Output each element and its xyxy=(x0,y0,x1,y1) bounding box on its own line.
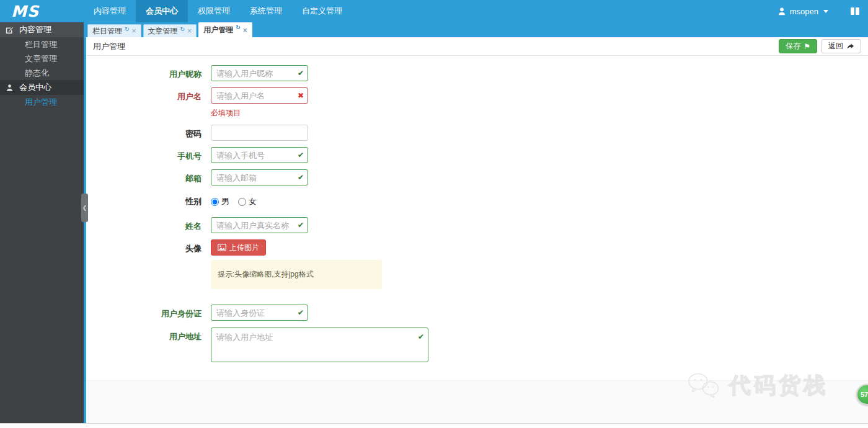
tab-refresh-icon[interactable]: ↻ xyxy=(236,24,241,30)
sidebar-section-content-mgmt[interactable]: 内容管理 xyxy=(0,22,84,37)
tab-refresh-icon[interactable]: ↻ xyxy=(125,26,130,32)
layout-columns-icon[interactable] xyxy=(837,0,868,22)
image-icon xyxy=(218,244,226,251)
sidebar-section-member-center[interactable]: 会员中心 xyxy=(0,80,84,95)
sidebar-item-staticize[interactable]: 静态化 xyxy=(0,66,84,80)
nickname-input[interactable] xyxy=(211,65,308,81)
save-button[interactable]: 保存 ⚑ xyxy=(779,39,817,53)
flag-icon: ⚑ xyxy=(804,42,810,51)
nav-item-custom-mgmt[interactable]: 自定义管理 xyxy=(292,0,352,22)
idcard-input[interactable] xyxy=(211,305,308,321)
tab-close-icon[interactable]: × xyxy=(187,27,192,35)
sidebar-item-article-mgmt[interactable]: 文章管理 xyxy=(0,51,84,66)
field-phone: 手机号 ✔ xyxy=(86,147,868,163)
page-header: 用户管理 保存 ⚑ 返回 xyxy=(86,37,868,56)
field-realname: 姓名 ✔ xyxy=(86,217,868,233)
tab-refresh-icon[interactable]: ↻ xyxy=(180,26,185,32)
tab-column-mgmt[interactable]: 栏目管理 ↻ × xyxy=(87,24,141,37)
gender-male-radio[interactable]: 男 xyxy=(211,196,229,207)
main-menu: 内容管理 会员中心 权限管理 系统管理 自定义管理 xyxy=(84,0,352,22)
tab-article-mgmt[interactable]: 文章管理 ↻ × xyxy=(143,24,197,37)
field-password: 密码 xyxy=(86,125,868,141)
gender-female-radio[interactable]: 女 xyxy=(238,196,257,207)
page-title: 用户管理 xyxy=(93,41,125,52)
nav-item-system-mgmt[interactable]: 系统管理 xyxy=(240,0,292,22)
user-menu[interactable]: msopen xyxy=(769,0,837,22)
user-name: msopen xyxy=(790,7,818,16)
bottom-scroll-strip[interactable] xyxy=(0,423,868,428)
main-area: 栏目管理 ↻ × 文章管理 ↻ × 用户管理 ↻ × 用户管理 保存 ⚑ 返回 xyxy=(86,22,868,423)
sidebar: 内容管理 栏目管理 文章管理 静态化 会员中心 用户管理 xyxy=(0,22,84,423)
field-address: 用户地址 ✔ xyxy=(86,328,868,364)
member-icon xyxy=(6,84,14,92)
tab-bar: 栏目管理 ↻ × 文章管理 ↻ × 用户管理 ↻ × xyxy=(86,22,868,37)
avatar-hint: 提示:头像缩略图,支持jpg格式 xyxy=(211,260,382,289)
pencil-square-icon xyxy=(6,26,14,34)
field-gender: 性别 男 女 xyxy=(86,195,868,207)
back-button[interactable]: 返回 xyxy=(822,39,861,53)
sidebar-divider xyxy=(84,22,86,423)
user-form: 用户昵称 ✔ 用户名 ✖ 必填项目 密码 手机号 ✔ xyxy=(86,56,868,380)
tab-close-icon[interactable]: × xyxy=(132,27,136,35)
upload-image-button[interactable]: 上传图片 xyxy=(211,239,266,256)
username-input[interactable] xyxy=(211,87,308,104)
sidebar-collapse-handle[interactable]: ❮ xyxy=(81,194,88,222)
field-email: 邮箱 ✔ xyxy=(86,169,868,185)
nav-item-permission-mgmt[interactable]: 权限管理 xyxy=(188,0,240,22)
realname-input[interactable] xyxy=(211,217,308,233)
chevron-down-icon xyxy=(823,10,828,13)
tab-user-mgmt[interactable]: 用户管理 ↻ × xyxy=(198,22,252,37)
user-icon xyxy=(777,7,786,16)
forward-arrow-icon xyxy=(846,42,854,50)
tab-close-icon[interactable]: × xyxy=(243,27,247,34)
phone-input[interactable] xyxy=(211,147,308,163)
app-logo: MS xyxy=(0,0,84,22)
nav-item-content-mgmt[interactable]: 内容管理 xyxy=(84,0,136,22)
password-input[interactable] xyxy=(211,125,308,141)
content-footer xyxy=(86,380,868,423)
field-avatar: 头像 上传图片 提示:头像缩略图,支持jpg格式 xyxy=(86,239,868,289)
field-idcard: 用户身份证 ✔ xyxy=(86,305,868,321)
required-error-text: 必填项目 xyxy=(211,108,308,118)
field-nickname: 用户昵称 ✔ xyxy=(86,65,868,81)
email-input[interactable] xyxy=(211,169,308,185)
field-username: 用户名 ✖ 必填项目 xyxy=(86,87,868,118)
sidebar-item-user-mgmt[interactable]: 用户管理 xyxy=(0,95,84,109)
nav-item-member-center[interactable]: 会员中心 xyxy=(136,0,188,22)
address-textarea[interactable] xyxy=(211,328,428,362)
top-navbar: MS 内容管理 会员中心 权限管理 系统管理 自定义管理 msopen xyxy=(0,0,868,22)
sidebar-item-column-mgmt[interactable]: 栏目管理 xyxy=(0,37,84,51)
